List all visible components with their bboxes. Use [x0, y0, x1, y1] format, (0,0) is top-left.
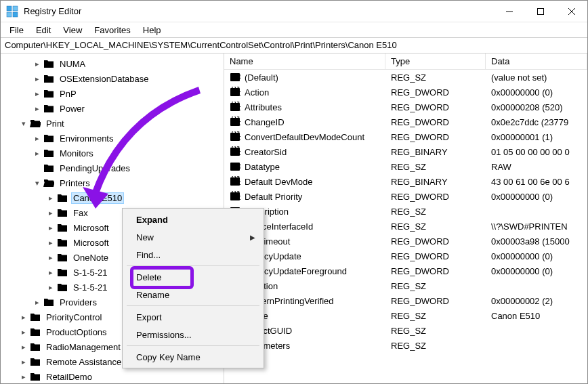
- context-menu-new[interactable]: New▶: [124, 228, 262, 246]
- context-menu-permissions[interactable]: Permissions...: [124, 326, 262, 343]
- tree-twisty[interactable]: [45, 238, 56, 247]
- value-row[interactable]: dnsTimeoutREG_DWORD0x00003a98 (15000: [224, 234, 587, 249]
- tree-label[interactable]: OSExtensionDatabase: [58, 73, 151, 85]
- tree-label[interactable]: PendingUpgrades: [58, 163, 132, 174]
- tree-node[interactable]: RetailDemo: [1, 369, 224, 383]
- values-header[interactable]: Name Type Data: [224, 54, 587, 70]
- value-row[interactable]: DescriptionREG_SZ: [224, 204, 587, 219]
- value-data: 0x0e2c7ddc (23779: [486, 117, 587, 127]
- tree-twisty[interactable]: [45, 253, 56, 262]
- tree-node[interactable]: PendingUpgrades: [1, 161, 224, 175]
- value-row[interactable]: LegacyUpdateForegroundREG_DWORD0x0000000…: [224, 263, 587, 278]
- values-pane[interactable]: Name Type Data (Default)REG_SZ(value not…: [224, 54, 587, 383]
- tree-twisty[interactable]: [32, 104, 43, 113]
- value-row[interactable]: ConvertDefaultDevModeCountREG_DWORD0x000…: [224, 129, 587, 144]
- context-menu-label: Find...: [136, 250, 161, 260]
- tree-label[interactable]: S-1-5-21: [71, 267, 110, 278]
- column-type[interactable]: Type: [385, 54, 486, 69]
- context-menu-expand[interactable]: Expand: [124, 211, 262, 228]
- tree-label[interactable]: Monitors: [58, 148, 96, 159]
- tree-twisty[interactable]: [18, 358, 29, 366]
- tree-twisty[interactable]: [32, 89, 43, 98]
- tree-node[interactable]: Canon E510: [1, 190, 224, 205]
- minimize-button[interactable]: [494, 1, 525, 22]
- tree-label[interactable]: Printers: [58, 177, 92, 189]
- value-row[interactable]: ModernPrintingVerifiedREG_DWORD0x0000000…: [224, 293, 587, 308]
- context-menu-copy-key-name[interactable]: Copy Key Name: [124, 348, 262, 366]
- folder-closed-icon: [56, 282, 68, 293]
- tree-node[interactable]: Environments: [1, 131, 224, 146]
- tree-twisty[interactable]: [18, 343, 29, 351]
- tree-node[interactable]: OSExtensionDatabase: [1, 71, 224, 86]
- context-menu-find[interactable]: Find...: [124, 246, 262, 263]
- tree-twisty[interactable]: [32, 149, 43, 158]
- context-menu-rename[interactable]: Rename: [124, 286, 262, 303]
- tree-twisty[interactable]: [45, 194, 56, 202]
- tree-label[interactable]: PnP: [58, 88, 79, 100]
- value-row[interactable]: AttributesREG_DWORD0x00000208 (520): [224, 100, 587, 114]
- tree-twisty[interactable]: [18, 372, 29, 381]
- column-name[interactable]: Name: [224, 54, 385, 69]
- context-menu-delete[interactable]: Delete: [124, 268, 262, 286]
- tree-label[interactable]: S-1-5-21: [71, 282, 110, 293]
- value-row[interactable]: Default DevModeREG_BINARY43 00 61 00 6e …: [224, 174, 587, 189]
- value-row[interactable]: ObjectGUIDREG_SZ: [224, 323, 587, 338]
- menu-help[interactable]: Help: [137, 24, 167, 37]
- tree-node[interactable]: Power: [1, 101, 224, 116]
- value-row[interactable]: ActionREG_DWORD0x00000000 (0): [224, 85, 587, 100]
- tree-label[interactable]: ProductOptions: [44, 326, 109, 338]
- tree-label[interactable]: Environments: [58, 133, 115, 144]
- tree-twisty[interactable]: [18, 328, 29, 337]
- value-row[interactable]: (Default)REG_SZ(value not set): [224, 70, 587, 85]
- tree-label[interactable]: Remote Assistance: [44, 356, 123, 368]
- tree-twisty[interactable]: [45, 268, 56, 277]
- tree-node[interactable]: Print: [1, 116, 224, 131]
- tree-label[interactable]: NUMA: [58, 58, 87, 70]
- value-row[interactable]: NameREG_SZCanon E510: [224, 308, 587, 323]
- tree-twisty[interactable]: [45, 209, 56, 217]
- tree-label[interactable]: OneNote: [71, 252, 110, 263]
- tree-node[interactable]: NUMA: [1, 56, 224, 71]
- column-data[interactable]: Data: [486, 54, 587, 69]
- binary-value-icon: [230, 116, 240, 127]
- tree-node[interactable]: Monitors: [1, 146, 224, 161]
- tree-label[interactable]: Providers: [58, 297, 99, 308]
- tree-label[interactable]: Canon E510: [71, 192, 124, 204]
- tree-label[interactable]: RetailDemo: [44, 371, 94, 383]
- tree-twisty[interactable]: [45, 223, 56, 232]
- value-row[interactable]: DatatypeREG_SZRAW: [224, 159, 587, 174]
- tree-twisty[interactable]: [18, 119, 29, 128]
- tree-node[interactable]: Printers: [1, 175, 224, 190]
- tree-label[interactable]: RadioManagement: [44, 341, 123, 353]
- value-row[interactable]: CreatorSidREG_BINARY01 05 00 00 00 00 0: [224, 144, 587, 159]
- value-type: REG_DWORD: [385, 117, 486, 127]
- tree-twisty[interactable]: [45, 283, 56, 292]
- value-row[interactable]: LegacyUpdateREG_DWORD0x00000000 (0): [224, 249, 587, 263]
- tree-twisty[interactable]: [32, 298, 43, 307]
- value-row[interactable]: LocationREG_SZ: [224, 278, 587, 293]
- tree-twisty[interactable]: [32, 179, 43, 188]
- value-row[interactable]: ParametersREG_SZ: [224, 338, 587, 353]
- close-button[interactable]: [556, 1, 587, 22]
- tree-twisty[interactable]: [32, 60, 43, 68]
- tree-label[interactable]: PriorityControl: [44, 312, 104, 323]
- context-menu-export[interactable]: Export: [124, 308, 262, 326]
- menu-file[interactable]: File: [3, 24, 30, 37]
- menu-favorites[interactable]: Favorites: [88, 24, 136, 37]
- menu-view[interactable]: View: [57, 24, 88, 37]
- value-row[interactable]: DeviceInterfaceIdREG_SZ\\?\SWD#PRINTEN: [224, 219, 587, 234]
- tree-label[interactable]: Microsoft: [71, 237, 111, 249]
- tree-label[interactable]: Power: [58, 103, 87, 114]
- tree-label[interactable]: Print: [44, 118, 66, 129]
- value-row[interactable]: ChangeIDREG_DWORD0x0e2c7ddc (23779: [224, 114, 587, 129]
- menu-edit[interactable]: Edit: [30, 24, 57, 37]
- maximize-button[interactable]: [525, 1, 556, 22]
- address-bar[interactable]: Computer\HKEY_LOCAL_MACHINE\SYSTEM\Curre…: [1, 37, 587, 54]
- tree-twisty[interactable]: [32, 74, 43, 83]
- tree-twisty[interactable]: [32, 134, 43, 143]
- value-row[interactable]: Default PriorityREG_DWORD0x00000000 (0): [224, 189, 587, 204]
- tree-label[interactable]: Fax: [71, 207, 90, 219]
- tree-node[interactable]: PnP: [1, 86, 224, 101]
- tree-label[interactable]: Microsoft: [71, 222, 111, 234]
- tree-twisty[interactable]: [18, 313, 29, 322]
